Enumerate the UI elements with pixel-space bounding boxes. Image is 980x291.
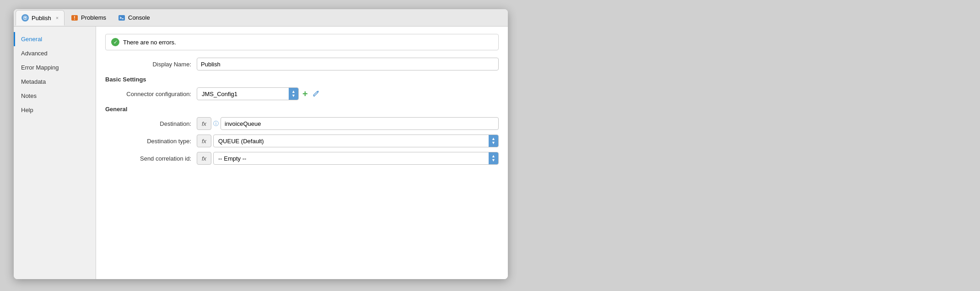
destination-info-icon: ⓘ (213, 120, 219, 128)
destination-fx-button[interactable]: fx (197, 117, 211, 130)
connector-config-arrows[interactable]: ▲ ▼ (289, 88, 298, 100)
general-subsection: General Destination: fx ⓘ Destination ty… (105, 106, 499, 165)
tab-bar: Publish × ! Problems Console (14, 9, 508, 27)
console-icon (118, 14, 125, 22)
sidebar-item-error-mapping[interactable]: Error Mapping (14, 60, 96, 75)
destination-type-fx-button[interactable]: fx (197, 135, 211, 147)
destination-row: Destination: fx ⓘ (105, 117, 499, 130)
send-correlation-row: Send correlation id: fx -- Empty -- ▲ ▼ (105, 152, 499, 165)
edit-config-button[interactable] (312, 90, 321, 98)
display-name-row: Display Name: (105, 58, 499, 70)
tab-problems[interactable]: ! Problems (65, 10, 112, 26)
add-config-button[interactable]: + (302, 89, 309, 98)
general-subtitle: General (105, 106, 499, 113)
publish-icon (22, 14, 29, 22)
destination-input[interactable] (221, 117, 499, 130)
status-ok-icon: ✓ (111, 38, 119, 46)
problems-icon: ! (71, 14, 78, 22)
sidebar-item-help[interactable]: Help (14, 103, 96, 117)
connector-config-value: JMS_Config1 (197, 89, 289, 99)
send-correlation-select[interactable]: -- Empty -- ▲ ▼ (213, 152, 499, 165)
tab-publish[interactable]: Publish × (16, 10, 65, 26)
send-correlation-label: Send correlation id: (105, 155, 197, 162)
tab-close-button[interactable]: × (56, 15, 59, 21)
sidebar-item-notes[interactable]: Notes (14, 89, 96, 103)
destination-type-value: QUEUE (Default) (214, 136, 489, 146)
destination-type-select-wrap: QUEUE (Default) ▲ ▼ (213, 135, 499, 147)
destination-label: Destination: (105, 120, 197, 127)
connector-config-select[interactable]: JMS_Config1 ▲ ▼ (197, 87, 299, 100)
destination-type-row: Destination type: fx QUEUE (Default) ▲ ▼ (105, 135, 499, 147)
dt-arrow-down-icon: ▼ (491, 141, 495, 145)
destination-type-select[interactable]: QUEUE (Default) ▲ ▼ (213, 135, 499, 147)
edit-icon (312, 90, 320, 97)
destination-type-label: Destination type: (105, 138, 197, 145)
connector-config-row: Connector configuration: JMS_Config1 ▲ ▼… (105, 87, 499, 100)
sidebar: General Advanced Error Mapping Metadata … (14, 27, 96, 279)
status-bar: ✓ There are no errors. (105, 34, 499, 50)
sidebar-item-general[interactable]: General (14, 32, 96, 46)
tab-console-label: Console (128, 14, 150, 21)
status-message: There are no errors. (123, 39, 176, 46)
tab-console[interactable]: Console (113, 10, 156, 26)
display-name-label: Display Name: (105, 61, 197, 68)
main-window: Publish × ! Problems Console (14, 9, 508, 279)
main-panel: ✓ There are no errors. Display Name: Bas… (96, 27, 508, 279)
destination-type-arrows[interactable]: ▲ ▼ (489, 135, 498, 147)
arrow-down-icon: ▼ (291, 94, 296, 98)
sidebar-item-advanced[interactable]: Advanced (14, 46, 96, 60)
connector-config-label: Connector configuration: (105, 91, 197, 97)
svg-text:!: ! (74, 16, 75, 21)
send-correlation-select-wrap: -- Empty -- ▲ ▼ (213, 152, 499, 165)
connector-select-wrap: JMS_Config1 ▲ ▼ + (197, 87, 321, 100)
send-correlation-value: -- Empty -- (214, 153, 489, 164)
content-area: General Advanced Error Mapping Metadata … (14, 27, 508, 279)
tab-publish-label: Publish (32, 15, 51, 22)
display-name-input[interactable] (197, 58, 499, 70)
sc-arrow-down-icon: ▼ (491, 158, 495, 162)
tab-problems-label: Problems (81, 14, 106, 21)
basic-settings-title: Basic Settings (105, 76, 499, 83)
send-correlation-arrows[interactable]: ▲ ▼ (489, 152, 498, 164)
sidebar-item-metadata[interactable]: Metadata (14, 75, 96, 89)
send-correlation-fx-button[interactable]: fx (197, 152, 211, 165)
